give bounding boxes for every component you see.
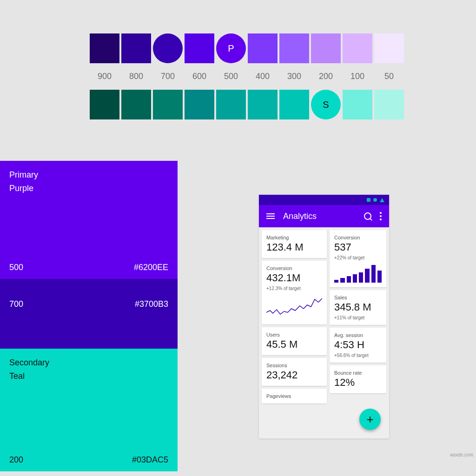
shade-label-50: 50 [374,72,404,81]
primary700-shade: 700 [9,299,23,309]
shade-label-500: 500 [216,72,246,81]
shade-label-300: 300 [279,72,309,81]
card-label: Pageviews [266,393,322,399]
secondary-label-2: Teal [9,370,168,383]
card-label: Sales [334,295,382,300]
app-title: Analytics [283,212,356,221]
primary-label-1: Primary [9,168,168,182]
primary-marker: P [228,43,234,54]
purple-chip-200 [311,33,341,63]
app-bar: Analytics [259,205,389,227]
card-marketing[interactable]: Marketing123.4 M [262,230,327,258]
purple-chip-700 [153,33,183,63]
primary-hex: #6200EE [134,263,168,272]
teal-chip-700 [153,90,183,119]
card-value: 12% [334,377,382,389]
purple-chip-400 [248,33,278,63]
card-label: Marketing [266,235,322,240]
card-avg-session[interactable]: Avg. session4:53 H+56.6% of target [330,328,386,363]
status-circle-icon [373,198,377,202]
primary-label-2: Purple [9,182,168,195]
card-pageviews[interactable]: Pageviews [262,389,327,403]
card-value: 432.1M [266,272,322,284]
card-label: Sessions [266,363,322,368]
shade-label-800: 800 [121,72,151,81]
purple-shade-row: P [90,33,404,63]
purple-chip-100 [343,33,372,63]
card-label: Avg. session [334,332,382,338]
color-definition-panel: Primary Purple 500 #6200EE 700 #3700B3 S… [0,161,178,471]
purple-chip-800 [121,33,151,63]
purple-chip-500: P [216,33,246,63]
menu-icon[interactable] [266,213,275,219]
secondary-hex: #03DAC5 [132,455,168,465]
card-users[interactable]: Users45.5 M [262,327,327,355]
sparkbar [334,265,382,283]
primary700-hex: #3700B3 [135,299,168,309]
plus-icon: + [366,412,373,427]
card-conversion[interactable]: Conversion432.1M+12.3% of target [262,261,327,324]
teal-chip-100 [343,90,372,119]
teal-chip-50 [374,90,404,119]
teal-chip-900 [90,90,119,119]
purple-chip-50 [374,33,404,63]
card-value: 4:53 H [334,339,382,351]
status-square-icon [367,198,370,202]
cards-col-left: Marketing123.4 MConversion432.1M+12.3% o… [262,230,327,436]
shade-label-100: 100 [343,72,372,81]
card-label: Conversion [266,265,322,271]
shade-label-900: 900 [90,72,119,81]
cards-col-right: Conversion537+22% of targetSales345.8 M+… [330,230,386,436]
shade-labels: 90080070060050040030020010050 [90,72,404,81]
card-label: Bounce rate [334,370,382,376]
teal-chip-200: S [311,90,341,119]
teal-chip-800 [121,90,151,119]
teal-chip-600 [185,90,214,119]
shade-label-700: 700 [153,72,183,81]
card-label: Users [266,332,322,337]
secondary-label-1: Secondary [9,356,168,370]
card-value: 345.8 M [334,301,382,313]
status-bar [259,195,389,205]
cards-grid: Marketing123.4 MConversion432.1M+12.3% o… [259,227,389,438]
card-bounce-rate[interactable]: Bounce rate12% [330,365,386,393]
card-value: 123.4 M [266,241,322,253]
status-triangle-icon [380,198,384,202]
purple-chip-600 [185,33,214,63]
sparkline [266,295,322,318]
shade-label-200: 200 [311,72,341,81]
card-subtext: +12.3% of target [266,286,322,291]
card-subtext: +11% of target [334,315,382,320]
phone-mock: Analytics Marketing123.4 MConversion432.… [258,194,390,439]
teal-shade-row: S [90,90,404,119]
teal-chip-300 [279,90,309,119]
card-value: 23,242 [266,369,322,381]
teal-chip-400 [248,90,278,119]
primary-shade: 500 [9,263,23,272]
shade-label-600: 600 [185,72,214,81]
card-conversion[interactable]: Conversion537+22% of target [330,230,386,287]
purple-chip-300 [279,33,309,63]
card-label: Conversion [334,235,382,240]
shade-label-400: 400 [248,72,278,81]
watermark: wsxdn.com [450,452,473,457]
secondary-shade: 200 [9,455,23,465]
palette-overview: P 90080070060050040030020010050 S [90,33,404,119]
more-icon[interactable] [380,212,382,220]
card-subtext: +56.6% of target [334,353,382,358]
teal-chip-500 [216,90,246,119]
secondary-color-block: Secondary Teal 200 #03DAC5 [0,349,178,471]
card-value: 537 [334,241,382,253]
purple-chip-900 [90,33,119,63]
fab-button[interactable]: + [359,409,381,430]
primary-color-block: Primary Purple 500 #6200EE [0,161,178,279]
card-sessions[interactable]: Sessions23,242 [262,358,327,386]
search-icon[interactable] [364,212,371,220]
card-subtext: +22% of target [334,255,382,260]
card-sales[interactable]: Sales345.8 M+11% of target [330,290,386,325]
secondary-marker: S [323,99,329,110]
primary-dark-block: 700 #3700B3 [0,279,178,349]
card-value: 45.5 M [266,338,322,350]
